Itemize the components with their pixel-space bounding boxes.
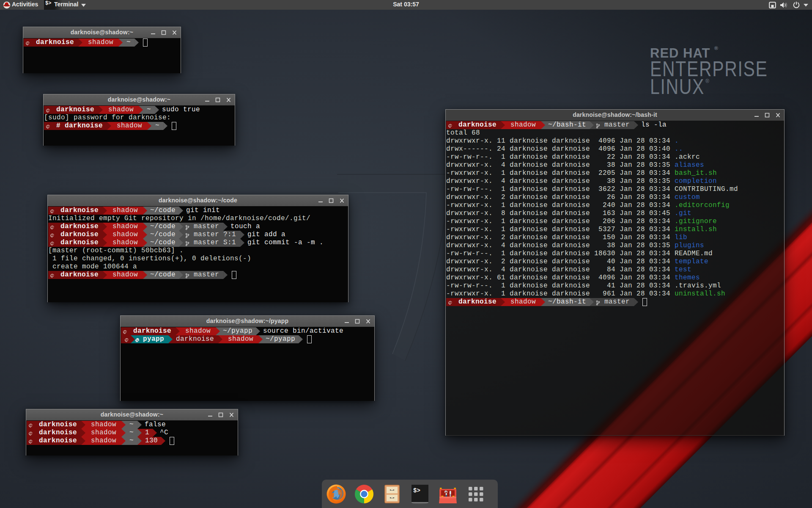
svg-text:$>: $> bbox=[45, 0, 51, 6]
svg-text:$>: $> bbox=[413, 487, 420, 494]
svg-text:®: ® bbox=[705, 78, 709, 84]
svg-text:®: ® bbox=[714, 45, 718, 51]
svg-text:LINUX: LINUX bbox=[650, 75, 705, 99]
